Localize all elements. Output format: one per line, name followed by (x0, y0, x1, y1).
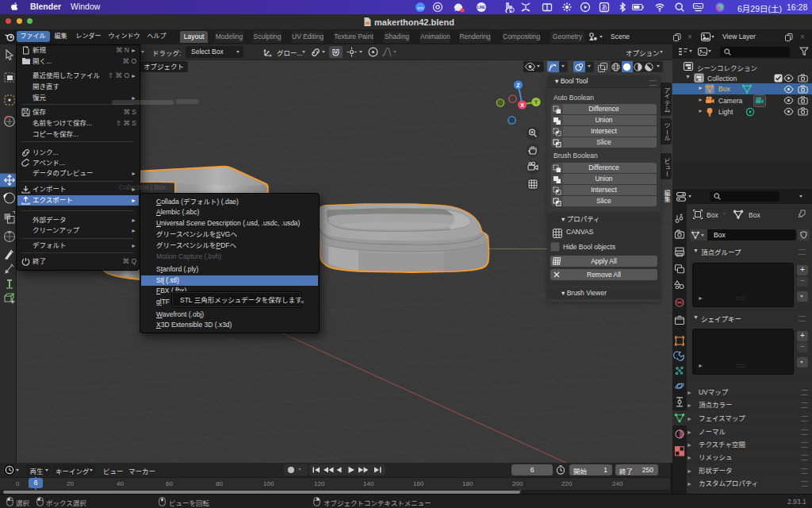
svg-text:あ: あ (601, 2, 607, 11)
svg-text:!: ! (511, 8, 512, 12)
svg-text:X: X (520, 102, 524, 108)
svg-text:LINE: LINE (477, 6, 485, 10)
svg-text:zm: zm (417, 6, 423, 10)
svg-text:Z: Z (516, 83, 520, 88)
svg-text:Y: Y (534, 99, 538, 105)
